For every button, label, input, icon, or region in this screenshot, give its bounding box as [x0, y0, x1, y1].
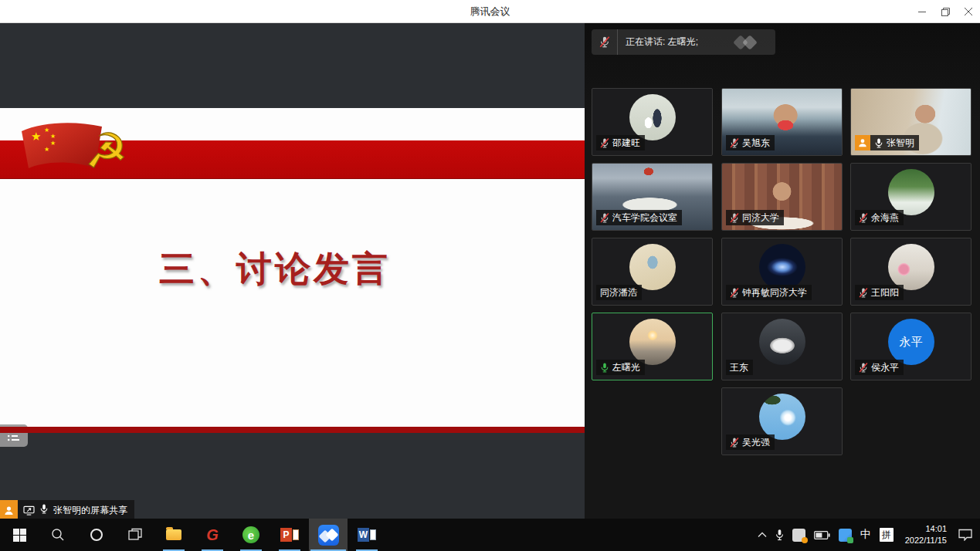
- restore-icon: [941, 8, 950, 16]
- participant-name: 王阳阳: [871, 286, 899, 299]
- tencent-meeting-button[interactable]: [309, 519, 348, 551]
- mic-on-icon: [874, 138, 883, 148]
- participant-name: 同济大学: [742, 211, 779, 225]
- word-button[interactable]: W: [348, 519, 386, 551]
- mic-on-icon: [39, 504, 49, 514]
- cortana-button[interactable]: [77, 519, 116, 551]
- browser-g-button[interactable]: G: [193, 519, 232, 551]
- participant-name: 侯永平: [871, 361, 899, 374]
- participant-tile[interactable]: 王阳阳: [850, 238, 972, 306]
- cortana-icon: [90, 528, 103, 542]
- svg-text:★: ★: [31, 130, 41, 143]
- chevron-up-icon: [758, 532, 767, 538]
- participant-tile[interactable]: 永平侯永平: [850, 313, 972, 380]
- participant-tile[interactable]: 吴光强: [721, 387, 843, 455]
- mic-muted-icon: [600, 213, 609, 223]
- screen-sharing-badge-icon: [855, 135, 870, 150]
- avatar: [888, 169, 934, 215]
- show-hidden-icons-button[interactable]: [758, 532, 767, 538]
- tray-app-notification-button[interactable]: [792, 529, 805, 542]
- close-icon: [965, 8, 972, 15]
- participant-tile[interactable]: 余海燕: [850, 163, 972, 231]
- avatar: [629, 244, 676, 290]
- avatar: [759, 394, 805, 440]
- share-indicator-label: 张智明的屏幕共享: [18, 500, 134, 520]
- participant-tile[interactable]: 同济大学: [721, 163, 843, 231]
- notification-app-icon: [792, 529, 805, 542]
- video-panel: 正在讲话: 左曙光; 邵建旺吴旭东张智明汽车学院会议室同济大学余海燕同济潘浩钟再…: [585, 23, 980, 519]
- mic-muted-icon: [730, 213, 739, 223]
- task-view-icon: [128, 528, 142, 542]
- window-controls: [910, 0, 980, 23]
- participant-tile[interactable]: 左曙光: [592, 313, 713, 380]
- participant-name: 吴光强: [742, 436, 770, 449]
- powerpoint-icon: P: [280, 528, 299, 542]
- search-icon: [51, 528, 65, 542]
- participant-label: 左曙光: [596, 360, 645, 375]
- window-title: 腾讯会议: [0, 0, 980, 23]
- participant-tile[interactable]: 王东: [721, 313, 843, 380]
- participant-name: 邵建旺: [612, 137, 640, 150]
- participant-name: 汽车学院会议室: [612, 211, 677, 225]
- mic-muted-icon: [859, 288, 868, 298]
- shared-screen-pane: ★ ★ ★ ★ ★ ☭ 三、讨论发言: [0, 23, 585, 519]
- input-language-indicator[interactable]: 中: [860, 528, 871, 542]
- mic-muted-icon: [730, 138, 739, 148]
- svg-text:★: ★: [50, 133, 56, 140]
- svg-text:★: ★: [44, 127, 49, 134]
- mic-muted-icon: [730, 438, 739, 448]
- participant-name: 王东: [730, 361, 748, 374]
- clock-date: 2022/11/15: [905, 536, 947, 545]
- participant-label: 吴光强: [726, 434, 775, 450]
- participant-label: 侯永平: [855, 360, 904, 375]
- avatar: [759, 319, 805, 365]
- title-bar: 腾讯会议: [0, 0, 980, 23]
- sharer-person-icon: [0, 500, 18, 520]
- person-icon: [858, 138, 867, 147]
- taskbar-apps: G e P W: [0, 519, 386, 551]
- shared-slide: ★ ★ ★ ★ ★ ☭ 三、讨论发言: [0, 108, 585, 427]
- meeting-main-area: ★ ★ ★ ★ ★ ☭ 三、讨论发言: [0, 23, 980, 519]
- participant-label: 吴旭东: [726, 135, 775, 150]
- action-center-icon: [958, 529, 972, 541]
- participant-label: 王阳阳: [855, 285, 904, 300]
- participant-grid: 邵建旺吴旭东张智明汽车学院会议室同济大学余海燕同济潘浩钟再敏同济大学王阳阳左曙光…: [585, 23, 980, 519]
- tray-microphone-button[interactable]: [775, 529, 784, 541]
- screen-share-icon: [23, 505, 35, 516]
- browser-360-button[interactable]: e: [232, 519, 270, 551]
- minimize-button[interactable]: [910, 0, 934, 23]
- file-explorer-button[interactable]: [154, 519, 193, 551]
- ime-mode-indicator[interactable]: 拼: [880, 528, 894, 542]
- start-button[interactable]: [0, 519, 39, 551]
- participant-tile[interactable]: 邵建旺: [592, 88, 713, 156]
- tray-pinyin-app-button[interactable]: [839, 529, 852, 542]
- participant-tile[interactable]: 吴旭东: [721, 88, 843, 156]
- tencent-meeting-window: 腾讯会议: [0, 0, 980, 551]
- participant-label: 钟再敏同济大学: [726, 285, 812, 300]
- slide-title: 三、讨论发言: [0, 245, 550, 293]
- mic-muted-icon: [859, 213, 868, 223]
- mic-muted-icon: [730, 288, 739, 298]
- participant-tile[interactable]: 钟再敏同济大学: [721, 238, 843, 306]
- search-button[interactable]: [39, 519, 77, 551]
- close-button[interactable]: [957, 0, 980, 23]
- participant-name: 余海燕: [871, 211, 899, 225]
- participant-tile[interactable]: 同济潘浩: [592, 238, 713, 306]
- minimize-icon: [918, 8, 926, 15]
- windows-logo-icon: [13, 529, 26, 542]
- participant-tile[interactable]: 汽车学院会议室: [592, 163, 713, 231]
- battery-button[interactable]: [814, 531, 830, 539]
- participant-name: 钟再敏同济大学: [742, 286, 807, 299]
- taskbar-clock[interactable]: 14:01 2022/11/15: [902, 523, 950, 546]
- participant-tile[interactable]: 张智明: [850, 88, 972, 156]
- avatar: 永平: [888, 319, 934, 365]
- powerpoint-button[interactable]: P: [270, 519, 309, 551]
- participant-name: 张智明: [887, 137, 914, 150]
- participant-label: 同济潘浩: [596, 285, 642, 300]
- slide-bottom-rule: [0, 427, 585, 433]
- task-view-button[interactable]: [116, 519, 154, 551]
- action-center-button[interactable]: [958, 529, 972, 541]
- participant-label: 余海燕: [855, 210, 904, 225]
- restore-button[interactable]: [934, 0, 957, 23]
- party-flag-emblem-icon: ★ ★ ★ ★ ★ ☭: [17, 119, 152, 177]
